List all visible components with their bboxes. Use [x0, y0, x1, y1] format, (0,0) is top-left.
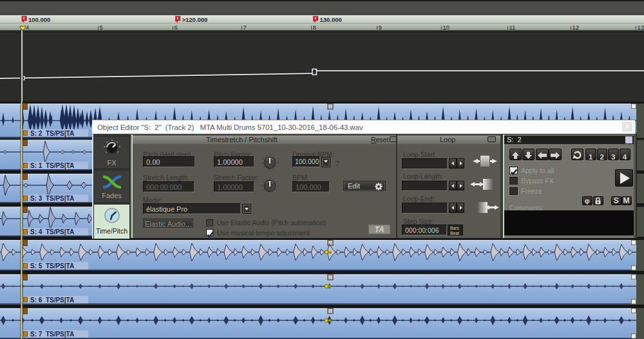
svg-text:S: 5 TS/PS|TA: S: 5 TS/PS|TA [30, 262, 74, 270]
svg-text:130.000: 130.000 [320, 16, 342, 23]
svg-text:10: 10 [443, 24, 450, 31]
svg-text:S: 2 TS/PS|TA: S: 2 TS/PS|TA [30, 130, 74, 137]
svg-text:S: 4 TS/PS|TA: S: 4 TS/PS|TA [30, 228, 74, 235]
svg-text:8: 8 [313, 24, 316, 31]
svg-text:S: 1 TS/PS|TA: S: 1 TS/PS|TA [30, 162, 74, 169]
svg-text:>120.000: >120.000 [182, 16, 208, 23]
svg-text:6: 6 [175, 24, 178, 31]
svg-text:11: 11 [509, 24, 516, 31]
svg-text:13: 13 [638, 24, 644, 31]
svg-text:5: 5 [100, 24, 103, 31]
svg-text:4: 4 [26, 24, 29, 31]
svg-text:S: 3 TS/PS|TA: S: 3 TS/PS|TA [30, 195, 74, 202]
svg-text:9: 9 [379, 24, 382, 31]
svg-text:S: 6 TS/PS|TA: S: 6 TS/PS|TA [30, 297, 74, 304]
svg-text:7: 7 [243, 24, 247, 31]
svg-text:12: 12 [573, 24, 580, 31]
svg-text:100.000: 100.000 [28, 16, 50, 23]
svg-text:S: 7 TS/PS|TA: S: 7 TS/PS|TA [30, 331, 74, 338]
